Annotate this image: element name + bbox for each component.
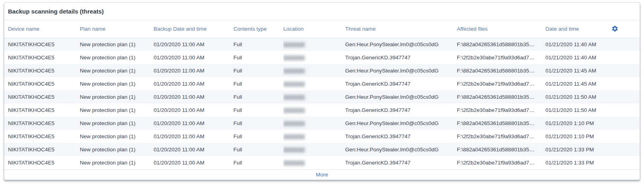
col-header-location: Location bbox=[283, 20, 345, 38]
cell-threat-name: Trojan.GenericKD.3947747 bbox=[345, 104, 457, 117]
cell-backup-datetime: 01/20/2020 11:00 AM bbox=[154, 130, 233, 143]
col-header-settings bbox=[608, 20, 640, 38]
cell-datetime: 01/21/2020 11:50 AM bbox=[545, 104, 608, 117]
widget-title: Backup scanning details (threats) bbox=[8, 8, 104, 15]
cell-threat-name: Gen:Heur.PonyStealer.lm0@c05cs0dG bbox=[345, 117, 457, 130]
cell-backup-datetime: 01/20/2020 11:00 AM bbox=[154, 156, 233, 169]
cell-affected-files: F:\882a04265361d588801b35… bbox=[457, 38, 545, 51]
cell-affected-files: F:\2f2b2e30abe71f9a93d6ad7… bbox=[457, 104, 545, 117]
cell-threat-name: Trojan.GenericKD.3947747 bbox=[345, 51, 457, 64]
cell-plan-name: New protection plan (1) bbox=[80, 51, 154, 64]
cell-datetime: 01/21/2020 1:33 PM bbox=[545, 143, 608, 156]
location-redacted-blur bbox=[283, 161, 305, 166]
cell-datetime: 01/21/2020 11:45 AM bbox=[545, 77, 608, 90]
cell-threat-name: Gen:Heur.PonyStealer.lm0@c05cs0dG bbox=[345, 143, 457, 156]
cell-spacer bbox=[608, 117, 640, 130]
table-row: NIKITATIKHOC4E5 New protection plan (1) … bbox=[4, 38, 640, 51]
table-row: NIKITATIKHOC4E5 New protection plan (1) … bbox=[4, 156, 640, 169]
cell-affected-files: F:\2f2b2e30abe71f9a93d6ad7… bbox=[457, 156, 545, 169]
cell-affected-files: F:\2f2b2e30abe71f9a93d6ad7… bbox=[457, 51, 545, 64]
cell-location bbox=[283, 104, 345, 117]
cell-device-name: NIKITATIKHOC4E5 bbox=[4, 77, 80, 90]
cell-threat-name: Trojan.GenericKD.3947747 bbox=[345, 156, 457, 169]
cell-datetime: 01/21/2020 11:50 AM bbox=[545, 90, 608, 104]
more-link[interactable]: More bbox=[316, 172, 328, 178]
cell-backup-datetime: 01/20/2020 11:00 AM bbox=[154, 90, 233, 104]
cell-plan-name: New protection plan (1) bbox=[80, 104, 154, 117]
cell-plan-name: New protection plan (1) bbox=[80, 156, 154, 169]
cell-contents-type: Full bbox=[233, 51, 283, 64]
location-redacted-blur bbox=[283, 95, 305, 100]
widget-title-bar: Backup scanning details (threats) bbox=[4, 3, 640, 20]
col-header-device-name: Device name bbox=[4, 20, 80, 38]
table-row: NIKITATIKHOC4E5 New protection plan (1) … bbox=[4, 104, 640, 117]
table-row: NIKITATIKHOC4E5 New protection plan (1) … bbox=[4, 64, 640, 77]
cell-device-name: NIKITATIKHOC4E5 bbox=[4, 156, 80, 169]
gear-icon[interactable] bbox=[611, 25, 619, 33]
cell-device-name: NIKITATIKHOC4E5 bbox=[4, 143, 80, 156]
cell-device-name: NIKITATIKHOC4E5 bbox=[4, 117, 80, 130]
cell-contents-type: Full bbox=[233, 64, 283, 77]
cell-device-name: NIKITATIKHOC4E5 bbox=[4, 64, 80, 77]
cell-device-name: NIKITATIKHOC4E5 bbox=[4, 104, 80, 117]
cell-datetime: 01/21/2020 11:40 AM bbox=[545, 38, 608, 51]
cell-affected-files: F:\882a04265361d588801b35… bbox=[457, 64, 545, 77]
cell-backup-datetime: 01/20/2020 11:00 AM bbox=[154, 143, 233, 156]
cell-datetime: 01/21/2020 1:10 PM bbox=[545, 117, 608, 130]
cell-contents-type: Full bbox=[233, 156, 283, 169]
cell-backup-datetime: 01/20/2020 11:00 AM bbox=[154, 64, 233, 77]
cell-backup-datetime: 01/20/2020 11:00 AM bbox=[154, 38, 233, 51]
table-row: NIKITATIKHOC4E5 New protection plan (1) … bbox=[4, 77, 640, 90]
cell-affected-files: F:\882a04265361d588801b35… bbox=[457, 117, 545, 130]
col-header-contents-type: Contents type bbox=[233, 20, 283, 38]
cell-location bbox=[283, 77, 345, 90]
table-row: NIKITATIKHOC4E5 New protection plan (1) … bbox=[4, 90, 640, 104]
cell-device-name: NIKITATIKHOC4E5 bbox=[4, 90, 80, 104]
cell-location bbox=[283, 156, 345, 169]
table-body: NIKITATIKHOC4E5 New protection plan (1) … bbox=[4, 38, 640, 169]
location-redacted-blur bbox=[283, 121, 305, 126]
cell-plan-name: New protection plan (1) bbox=[80, 143, 154, 156]
cell-affected-files: F:\882a04265361d588801b35… bbox=[457, 143, 545, 156]
cell-threat-name: Trojan.GenericKD.3947747 bbox=[345, 130, 457, 143]
table-row: NIKITATIKHOC4E5 New protection plan (1) … bbox=[4, 51, 640, 64]
cell-location bbox=[283, 130, 345, 143]
cell-plan-name: New protection plan (1) bbox=[80, 90, 154, 104]
location-redacted-blur bbox=[283, 108, 305, 113]
cell-contents-type: Full bbox=[233, 117, 283, 130]
col-header-plan-name: Plan name bbox=[80, 20, 154, 38]
cell-affected-files: F:\2f2b2e30abe71f9a93d6ad7… bbox=[457, 77, 545, 90]
cell-threat-name: Gen:Heur.PonyStealer.lm0@c05cs0dG bbox=[345, 64, 457, 77]
cell-device-name: NIKITATIKHOC4E5 bbox=[4, 38, 80, 51]
table-row: NIKITATIKHOC4E5 New protection plan (1) … bbox=[4, 117, 640, 130]
cell-location bbox=[283, 143, 345, 156]
cell-spacer bbox=[608, 90, 640, 104]
table-row: NIKITATIKHOC4E5 New protection plan (1) … bbox=[4, 130, 640, 143]
cell-spacer bbox=[608, 156, 640, 169]
cell-backup-datetime: 01/20/2020 11:00 AM bbox=[154, 51, 233, 64]
cell-backup-datetime: 01/20/2020 11:00 AM bbox=[154, 117, 233, 130]
col-header-threat-name: Threat name bbox=[345, 20, 457, 38]
cell-plan-name: New protection plan (1) bbox=[80, 130, 154, 143]
cell-contents-type: Full bbox=[233, 104, 283, 117]
cell-contents-type: Full bbox=[233, 38, 283, 51]
cell-spacer bbox=[608, 38, 640, 51]
col-header-backup-datetime: Backup Date and time bbox=[154, 20, 233, 38]
cell-plan-name: New protection plan (1) bbox=[80, 38, 154, 51]
backup-scanning-widget: Backup scanning details (threats) Device… bbox=[4, 2, 640, 180]
cell-location bbox=[283, 64, 345, 77]
threats-table: Device name Plan name Backup Date and ti… bbox=[4, 20, 640, 169]
cell-spacer bbox=[608, 51, 640, 64]
location-redacted-blur bbox=[283, 134, 305, 139]
location-redacted-blur bbox=[283, 147, 305, 153]
cell-spacer bbox=[608, 104, 640, 117]
cell-backup-datetime: 01/20/2020 11:00 AM bbox=[154, 77, 233, 90]
cell-datetime: 01/21/2020 1:33 PM bbox=[545, 156, 608, 169]
cell-device-name: NIKITATIKHOC4E5 bbox=[4, 51, 80, 64]
cell-threat-name: Gen:Heur.PonyStealer.lm0@c05cs0dG bbox=[345, 90, 457, 104]
col-header-affected-files: Affected files bbox=[457, 20, 545, 38]
cell-plan-name: New protection plan (1) bbox=[80, 77, 154, 90]
cell-contents-type: Full bbox=[233, 130, 283, 143]
cell-contents-type: Full bbox=[233, 90, 283, 104]
location-redacted-blur bbox=[283, 42, 305, 47]
